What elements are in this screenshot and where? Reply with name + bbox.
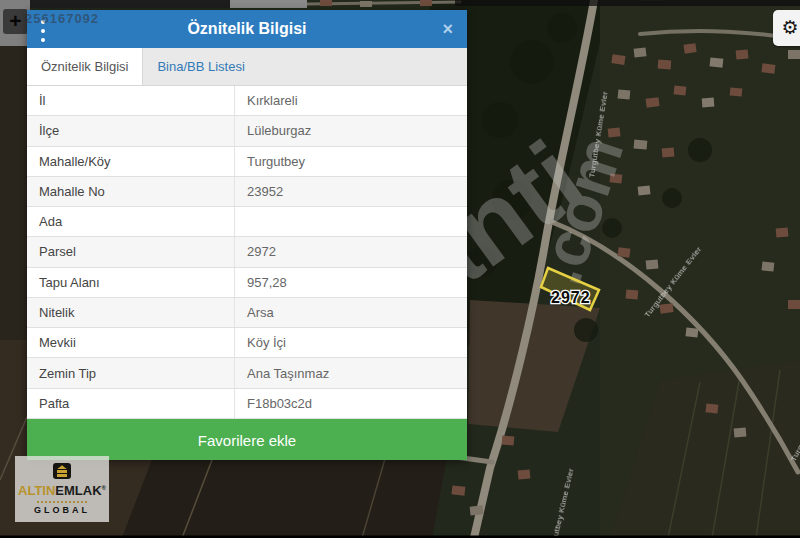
settings-gear-button[interactable]: ⚙ bbox=[773, 10, 800, 46]
row-value: Kırklareli bbox=[235, 93, 467, 108]
logo-subtitle: GLOBAL bbox=[34, 505, 90, 515]
table-row: İl Kırklareli bbox=[27, 86, 467, 116]
row-value: F18b03c2d bbox=[235, 396, 467, 411]
attribute-info-modal: Öznitelik Bilgisi × Öznitelik Bilgisi Bi… bbox=[27, 10, 467, 460]
brand-gold-text: ALTIN bbox=[18, 484, 55, 499]
top-bar-dark-segment bbox=[30, 0, 230, 8]
top-bar-grey-segment bbox=[230, 0, 307, 8]
table-row: Zemin Tip Ana Taşınmaz bbox=[27, 358, 467, 388]
table-row: Mahalle No 23952 bbox=[27, 177, 467, 207]
add-to-favorites-button[interactable]: Favorilere ekle bbox=[27, 419, 467, 460]
logo-tagline-line bbox=[37, 501, 87, 503]
table-row: Mevkii Köy İçi bbox=[27, 328, 467, 358]
row-value: Turgutbey bbox=[235, 154, 467, 169]
zoom-in-button[interactable]: + bbox=[3, 9, 28, 34]
modal-tabbar: Öznitelik Bilgisi Bina/BB Listesi bbox=[27, 48, 467, 86]
row-value: 2972 bbox=[235, 244, 467, 259]
close-icon[interactable]: × bbox=[438, 10, 457, 48]
map-top-strip bbox=[455, 0, 800, 6]
table-row: Pafta F18b03c2d bbox=[27, 389, 467, 419]
row-label: Nitelik bbox=[27, 298, 235, 327]
table-row: Ada bbox=[27, 207, 467, 237]
row-label: Mahalle No bbox=[27, 177, 235, 206]
registered-mark: ® bbox=[102, 485, 106, 491]
modal-title: Öznitelik Bilgisi bbox=[27, 10, 467, 48]
table-row: Nitelik Arsa bbox=[27, 298, 467, 328]
row-value: Arsa bbox=[235, 305, 467, 320]
row-value: 957,28 bbox=[235, 275, 467, 290]
table-row: Parsel 2972 bbox=[27, 237, 467, 267]
row-value: 23952 bbox=[235, 184, 467, 199]
table-row: İlçe Lüleburgaz bbox=[27, 116, 467, 146]
tab-bina-bb-listesi[interactable]: Bina/BB Listesi bbox=[143, 48, 258, 85]
parcel-number-label: 2972 bbox=[551, 289, 591, 306]
altinemlak-brand-text: ALTINEMLAK® bbox=[18, 481, 106, 498]
altinemlak-logo: ALTINEMLAK® GLOBAL bbox=[15, 456, 109, 522]
tab-oznitelik-bilgisi[interactable]: Öznitelik Bilgisi bbox=[27, 48, 143, 85]
row-label: İlçe bbox=[27, 116, 235, 145]
row-label: Parsel bbox=[27, 237, 235, 266]
row-value: Ana Taşınmaz bbox=[235, 366, 467, 381]
row-label: Mahalle/Köy bbox=[27, 147, 235, 176]
table-row: Mahalle/Köy Turgutbey bbox=[27, 147, 467, 177]
row-label: Ada bbox=[27, 207, 235, 236]
brand-dark-text: EMLAK bbox=[55, 484, 101, 499]
row-label: Pafta bbox=[27, 389, 235, 418]
row-value: Lüleburgaz bbox=[235, 123, 467, 138]
row-label: Tapu Alanı bbox=[27, 268, 235, 297]
modal-header: Öznitelik Bilgisi × bbox=[27, 10, 467, 48]
altinemlak-emblem-icon bbox=[53, 463, 71, 479]
row-label: İl bbox=[27, 86, 235, 115]
attribute-table: İl Kırklareli İlçe Lüleburgaz Mahalle/Kö… bbox=[27, 86, 467, 419]
row-value: Köy İçi bbox=[235, 335, 467, 350]
table-row: Tapu Alanı 957,28 bbox=[27, 268, 467, 298]
kebab-menu-icon[interactable] bbox=[41, 18, 59, 44]
row-label: Zemin Tip bbox=[27, 358, 235, 387]
gear-icon: ⚙ bbox=[781, 17, 798, 38]
row-label: Mevkii bbox=[27, 328, 235, 357]
